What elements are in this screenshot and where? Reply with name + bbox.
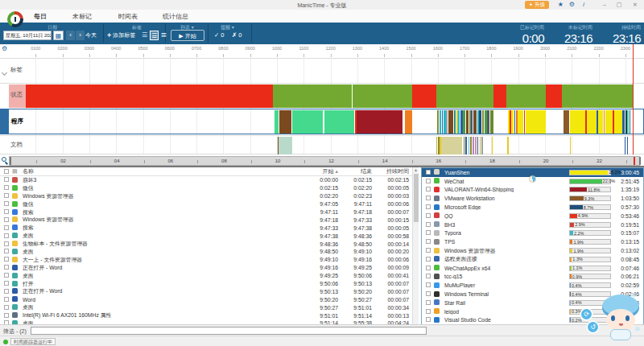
row-checkbox[interactable] <box>0 265 12 270</box>
row-checkbox[interactable] <box>0 193 12 199</box>
overview-selection-handle[interactable] <box>10 157 11 165</box>
timeline-segment[interactable] <box>473 137 474 154</box>
timeline-segment[interactable] <box>627 137 628 154</box>
minimize-button[interactable]: – <box>599 1 610 9</box>
timeline-segment[interactable] <box>456 110 458 134</box>
row-checkbox[interactable] <box>422 239 434 245</box>
process-row[interactable]: Microsoft Edge8.7%0:57:30 <box>422 203 643 212</box>
timeline-segment[interactable] <box>444 110 446 134</box>
timeline-segment[interactable] <box>630 110 630 134</box>
timeline-segment[interactable] <box>470 137 471 154</box>
activity-table-header[interactable]: ▤ 名称 开始 ▴ 结束 持续时间 <box>0 167 412 176</box>
process-row[interactable]: VALORANT-Win64-Shipping11.8%1:35:19 <box>422 186 643 195</box>
timeline-segment[interactable] <box>518 110 523 134</box>
activity-row[interactable]: 桌面9:50:279:51:0100:00:34 <box>0 303 412 311</box>
row-checkbox[interactable] <box>422 291 434 297</box>
process-row[interactable]: QQ4.9%0:53:46 <box>422 212 643 220</box>
view-toggle-small-icon[interactable]: 〓 <box>159 31 168 40</box>
timeline-segment[interactable] <box>469 110 471 134</box>
activity-row[interactable]: 搜索9:47:119:47:1800:00:07 <box>0 208 412 216</box>
track-status[interactable]: 状态 <box>0 83 644 108</box>
row-checkbox[interactable] <box>422 300 434 306</box>
calendar-icon[interactable]: ▦ <box>53 31 64 40</box>
row-checkbox[interactable] <box>0 201 12 207</box>
row-checkbox[interactable] <box>422 317 434 323</box>
timeline-segment[interactable] <box>463 110 465 134</box>
date-input[interactable]: 星期五, 10月11日 2024 <box>3 31 52 40</box>
track-tags[interactable]: 标签 <box>0 58 644 83</box>
activity-row[interactable]: 桌面9:49:259:50:0600:00:41 <box>0 272 412 280</box>
timeline-segment[interactable] <box>492 137 493 154</box>
row-checkbox[interactable] <box>422 187 434 192</box>
tab-untagged[interactable]: 未标记 <box>72 12 92 21</box>
row-checkbox[interactable] <box>0 209 12 215</box>
row-checkbox[interactable] <box>422 257 434 262</box>
process-row[interactable]: tcc-g150.9%0:06:21 <box>422 273 643 282</box>
row-checkbox[interactable] <box>0 273 12 278</box>
activity-row[interactable]: 正在打开 - Word9:50:139:50:2000:00:07 <box>0 287 412 295</box>
row-checkbox[interactable] <box>0 257 12 262</box>
activity-row[interactable]: 正在打开 - Word9:49:169:49:2500:00:09 <box>0 264 412 272</box>
activity-row[interactable]: 桌面9:48:509:49:1000:00:20 <box>0 248 412 256</box>
process-row[interactable]: 远程桌面连接1.3%0:08:45 <box>422 255 643 264</box>
row-checkbox[interactable] <box>0 297 12 303</box>
timeline-segment[interactable] <box>490 110 494 134</box>
timeline-segment[interactable] <box>598 110 603 134</box>
timeline-segment[interactable] <box>511 110 514 134</box>
track-documents[interactable]: 文档 <box>0 135 644 154</box>
alerts-ok-count[interactable]: ✓ 0 <box>214 31 225 39</box>
row-checkbox[interactable] <box>422 213 434 219</box>
row-checkbox[interactable] <box>0 225 12 231</box>
tab-statistics[interactable]: 统计信息 <box>163 12 188 21</box>
alerts-fail-count[interactable]: ✗ 0 <box>232 31 242 39</box>
pet-undo-button[interactable]: ↺ <box>588 322 598 332</box>
timeline-segment[interactable] <box>279 110 291 134</box>
timeline-segment[interactable] <box>506 84 546 108</box>
activity-row[interactable]: 生物标本 - 文件资源管理器9:48:369:48:5000:00:14 <box>0 240 412 248</box>
prev-day-button[interactable]: ‹ <box>66 31 75 40</box>
today-button[interactable]: 今天 <box>85 31 97 39</box>
timeline-segment[interactable] <box>460 110 463 134</box>
process-row[interactable]: TPS1.9%0:13:15 <box>422 237 643 246</box>
row-checkbox[interactable] <box>0 281 12 286</box>
tracker-status-text[interactable]: 时间跟踪器运行中 <box>10 338 56 345</box>
row-checkbox[interactable] <box>0 313 12 319</box>
row-checkbox[interactable] <box>422 274 434 279</box>
timeline-segment[interactable] <box>465 137 467 154</box>
timeline-segment[interactable] <box>475 137 476 154</box>
activity-row[interactable]: 桌面9:47:389:48:3600:00:58 <box>0 232 412 240</box>
timeline-segment[interactable] <box>480 137 481 154</box>
process-row[interactable]: Typora2.2%0:15:07 <box>422 229 643 238</box>
row-checkbox[interactable] <box>0 185 12 191</box>
process-row[interactable]: MuMuPlayer0.4%0:02:59 <box>422 281 643 290</box>
timeline-segment[interactable] <box>627 110 629 134</box>
timeline-segment[interactable] <box>481 137 482 154</box>
timeline-segment[interactable] <box>477 137 478 154</box>
process-row[interactable]: WeChatAppEx x641.1%0:07:46 <box>422 264 643 273</box>
pet-refresh-button[interactable]: ⟳ <box>581 309 592 319</box>
timeline-segment[interactable] <box>353 84 412 108</box>
timeline-segment[interactable] <box>479 110 481 134</box>
activity-row[interactable]: 搜索9:47:339:47:3800:00:05 <box>0 224 412 232</box>
select-all-checkbox[interactable] <box>0 169 12 175</box>
timeline-segment[interactable] <box>526 110 546 134</box>
section-label-alerts[interactable]: 提醒 ▾ <box>205 24 250 31</box>
pin-icon[interactable]: ★ <box>558 1 564 9</box>
close-button[interactable]: ✕ <box>630 1 641 9</box>
col-name[interactable]: 名称 <box>23 167 304 175</box>
timeline-segment[interactable] <box>487 110 489 134</box>
timeline-segment[interactable] <box>564 110 569 134</box>
activity-row[interactable]: 微信0:02:150:02:2000:00:05 <box>0 184 412 192</box>
timeline-segment[interactable] <box>441 137 462 154</box>
overview-selection-handle[interactable] <box>639 157 641 165</box>
timeline-segment[interactable] <box>587 110 596 134</box>
row-checkbox[interactable] <box>422 170 434 175</box>
activity-row[interactable]: 崩坏30:00:000:02:1500:02:15 <box>0 176 412 184</box>
row-checkbox[interactable] <box>422 266 434 271</box>
timeline-segment[interactable] <box>405 110 412 134</box>
activity-row[interactable]: Intel(R) Wi-Fi 6 AX201 160MHz 属性9:51:019… <box>0 311 412 319</box>
activity-row[interactable]: 大一上 - 文件资源管理器9:49:109:49:1600:00:06 <box>0 256 412 264</box>
timeline-segment[interactable] <box>485 110 487 134</box>
process-row[interactable]: BH32.9%0:19:51 <box>422 220 643 229</box>
activity-row[interactable]: 微信9:47:059:47:1100:00:06 <box>0 200 412 208</box>
